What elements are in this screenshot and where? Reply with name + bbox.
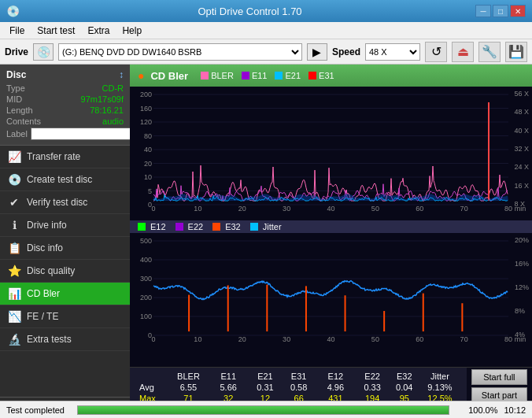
bler-chart [130, 87, 532, 213]
disc-info-icon: 📋 [8, 242, 20, 254]
fe-te-icon: 📉 [8, 310, 20, 323]
cd-bler-icon: 📊 [8, 287, 20, 300]
drive-info-icon: ℹ [8, 219, 20, 231]
extra-tests-icon: 🔬 [8, 333, 20, 346]
sidebar-item-disc-quality[interactable]: ⭐ Disc quality [0, 260, 130, 283]
sidebar-item-verify-test-disc[interactable]: ✔ Verify test disc [0, 191, 130, 214]
sidebar-item-fe-te[interactable]: 📉 FE / TE [0, 305, 130, 328]
chart-legend-2: E12 E22 E32 Jitter [130, 220, 532, 233]
chart-legend-1: BLER E11 E21 E31 [201, 71, 334, 80]
create-test-disc-icon: 💿 [8, 173, 20, 186]
type-value: CD-R [102, 83, 124, 93]
avg-e11: 5.66 [209, 382, 249, 393]
label-key: Label [6, 129, 28, 139]
maximize-button[interactable]: □ [493, 5, 508, 17]
disc-panel: Disc ↕ Type CD-R MID 97m17s09f Length 78… [0, 65, 130, 146]
eject-btn[interactable]: ⏏ [452, 42, 474, 62]
speed-select[interactable]: 48 X [365, 43, 420, 61]
contents-value: audio [102, 117, 124, 126]
sidebar-label-disc-quality: Disc quality [27, 265, 75, 276]
app-icon: 💿 [6, 5, 20, 17]
minimize-button[interactable]: ─ [475, 5, 491, 17]
verify-test-disc-icon: ✔ [8, 196, 20, 209]
length-label: Length [6, 105, 33, 115]
col-jitter: Jitter [419, 371, 460, 382]
avg-bler: 6.55 [168, 382, 209, 393]
status-text: Test completed [6, 405, 65, 415]
close-button[interactable]: ✕ [510, 5, 526, 17]
content-area: ● CD Bler BLER E11 E21 E31 56 X 48 X 40 … [130, 65, 532, 418]
sidebar-item-cd-bler[interactable]: 📊 CD Bler [0, 283, 130, 305]
drive-icon-btn[interactable]: 💿 [33, 43, 54, 61]
sidebar-item-disc-info[interactable]: 📋 Disc info [0, 237, 130, 260]
mid-label: MID [6, 94, 22, 104]
window-controls: ─ □ ✕ [475, 5, 526, 17]
type-label: Type [6, 83, 25, 93]
avg-e32: 0.04 [389, 382, 419, 393]
speed-arrow-btn[interactable]: ↺ [425, 42, 447, 62]
drive-bar: Drive 💿 (G:) BENQ DVD DD DW1640 BSRB ▶ S… [0, 39, 532, 65]
jitter-chart [130, 233, 532, 343]
avg-e31: 0.58 [282, 382, 316, 393]
avg-e22: 0.33 [356, 382, 390, 393]
col-e22: E22 [356, 371, 390, 382]
status-bar: Test completed 100.0% 10:12 [0, 401, 532, 418]
menu-extra[interactable]: Extra [81, 24, 116, 38]
menu-help[interactable]: Help [116, 24, 148, 38]
avg-e21: 0.31 [249, 382, 283, 393]
col-e11: E11 [209, 371, 249, 382]
table-row-avg: Avg 6.55 5.66 0.31 0.58 4.96 0.33 0.04 9… [136, 382, 460, 393]
avg-label: Avg [136, 382, 168, 393]
col-e12: E12 [316, 371, 356, 382]
status-percentage: 100.0% [462, 405, 497, 415]
contents-label: Contents [6, 117, 41, 126]
col-e21: E21 [249, 371, 283, 382]
drive-select[interactable]: (G:) BENQ DVD DD DW1640 BSRB [58, 43, 302, 61]
chart-header: ● CD Bler BLER E11 E21 E31 [130, 65, 532, 87]
label-input[interactable] [31, 128, 132, 140]
sidebar-label-transfer-rate: Transfer rate [27, 151, 80, 162]
sidebar-item-transfer-rate[interactable]: 📈 Transfer rate [0, 146, 130, 168]
disc-title: Disc [6, 69, 26, 80]
menu-start-test[interactable]: Start test [31, 24, 81, 38]
main-layout: Disc ↕ Type CD-R MID 97m17s09f Length 78… [0, 65, 532, 418]
mid-value: 97m17s09f [81, 94, 124, 104]
sidebar-label-fe-te: FE / TE [27, 311, 58, 322]
disc-expand-btn[interactable]: ↕ [119, 69, 124, 80]
sidebar: Disc ↕ Type CD-R MID 97m17s09f Length 78… [0, 65, 130, 418]
length-value: 78:16.21 [90, 105, 124, 115]
sidebar-item-extra-tests[interactable]: 🔬 Extra tests [0, 328, 130, 351]
progress-bar [77, 405, 449, 415]
nav-items: 📈 Transfer rate 💿 Create test disc ✔ Ver… [0, 146, 130, 351]
speed-label: Speed [332, 46, 360, 57]
sidebar-item-drive-info[interactable]: ℹ Drive info [0, 214, 130, 237]
start-full-button[interactable]: Start full [471, 369, 527, 385]
sidebar-item-create-test-disc[interactable]: 💿 Create test disc [0, 168, 130, 191]
settings-btn[interactable]: 🔧 [478, 42, 501, 62]
col-bler: BLER [168, 371, 209, 382]
sidebar-label-create-test-disc: Create test disc [27, 174, 92, 185]
avg-jitter: 9.13% [419, 382, 460, 393]
col-e32: E32 [389, 371, 419, 382]
menu-file[interactable]: File [3, 24, 31, 38]
drive-refresh-btn[interactable]: ▶ [307, 43, 327, 61]
disc-quality-icon: ⭐ [8, 264, 20, 277]
app-title: Opti Drive Control 1.70 [24, 6, 475, 17]
drive-label: Drive [5, 46, 28, 57]
sidebar-label-verify-test-disc: Verify test disc [27, 197, 87, 208]
avg-e12: 4.96 [316, 382, 356, 393]
progress-bar-fill [78, 406, 449, 414]
status-time: 10:12 [504, 405, 526, 415]
col-e31: E31 [282, 371, 316, 382]
chart-header-icon: ● [138, 69, 144, 82]
sidebar-label-cd-bler: CD Bler [27, 288, 60, 299]
title-bar: 💿 Opti Drive Control 1.70 ─ □ ✕ [0, 0, 532, 22]
sidebar-label-disc-info: Disc info [27, 242, 63, 253]
menu-bar: File Start test Extra Help [0, 22, 532, 39]
sidebar-label-drive-info: Drive info [27, 220, 67, 231]
sidebar-label-extra-tests: Extra tests [27, 334, 72, 345]
transfer-rate-icon: 📈 [8, 150, 20, 163]
save-btn[interactable]: 💾 [505, 42, 527, 62]
chart-title: CD Bler [150, 70, 188, 82]
